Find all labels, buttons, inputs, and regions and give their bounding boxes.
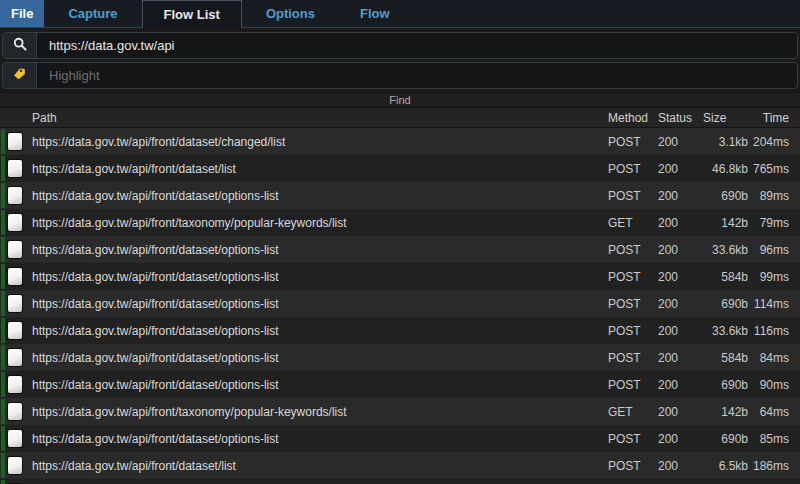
table-row[interactable]: https://data.gov.tw/api/front/taxonomy/p… [0, 209, 800, 236]
column-header-method[interactable]: Method [608, 111, 658, 125]
table-row[interactable]: https://data.gov.tw/api/front/dataset/op… [0, 371, 800, 398]
flow-time: 99ms [748, 270, 800, 284]
flow-time: 85ms [748, 432, 800, 446]
flow-status: 200 [658, 324, 703, 338]
row-icon-cell [6, 349, 32, 366]
search-input-group [2, 32, 798, 59]
flow-size: 46.8kb [703, 162, 748, 176]
flow-method: POST [608, 324, 658, 338]
document-icon [8, 430, 22, 447]
table-row[interactable]: https://data.gov.tw/api/front/dataset/op… [0, 344, 800, 371]
table-row[interactable]: https://data.gov.tw/api/front/dataset/li… [0, 155, 800, 182]
table-header: Path Method Status Size Time [0, 108, 800, 128]
row-icon-cell [6, 160, 32, 177]
flow-time: 114ms [748, 297, 800, 311]
tab-capture[interactable]: Capture [47, 0, 138, 27]
flow-size: 584b [703, 270, 748, 284]
column-header-time[interactable]: Time [748, 111, 800, 125]
flow-list: https://data.gov.tw/api/front/dataset/ch… [0, 128, 800, 484]
flow-time: 79ms [748, 216, 800, 230]
document-icon [8, 295, 22, 312]
column-header-path[interactable]: Path [32, 111, 608, 125]
flow-time: 64ms [748, 405, 800, 419]
search-input[interactable] [37, 33, 797, 58]
flow-size: 584b [703, 351, 748, 365]
row-marker [1, 480, 5, 484]
table-row[interactable]: https://data.gov.tw/api/front/dataset/op… [0, 236, 800, 263]
row-icon-cell [6, 376, 32, 393]
flow-path: https://data.gov.tw/api/front/dataset/li… [32, 459, 608, 473]
document-icon [8, 241, 22, 258]
flow-method: POST [608, 162, 658, 176]
document-icon [8, 268, 22, 285]
document-icon [8, 322, 22, 339]
flow-path: https://data.gov.tw/api/front/dataset/ch… [32, 135, 608, 149]
highlight-addon [3, 63, 37, 88]
flow-time: 96ms [748, 243, 800, 257]
column-header-status[interactable]: Status [658, 111, 703, 125]
row-icon-cell [6, 322, 32, 339]
flow-path: https://data.gov.tw/api/front/taxonomy/p… [32, 405, 608, 419]
flow-path: https://data.gov.tw/api/front/dataset/li… [32, 162, 608, 176]
flow-size: 33.6kb [703, 324, 748, 338]
document-icon [8, 457, 22, 474]
table-row[interactable]: https://data.gov.tw/api/front/dataset/li… [0, 452, 800, 479]
flow-time: 204ms [748, 135, 800, 149]
flow-time: 84ms [748, 351, 800, 365]
table-row[interactable]: https://data.gov.tw/api/front/dataset/ch… [0, 128, 800, 155]
flow-method: GET [608, 216, 658, 230]
flow-status: 200 [658, 297, 703, 311]
row-marker [1, 264, 5, 289]
filter-panel [0, 28, 800, 92]
table-row[interactable] [0, 479, 800, 484]
table-row[interactable]: https://data.gov.tw/api/front/dataset/op… [0, 317, 800, 344]
row-marker [1, 372, 5, 397]
tab-flow[interactable]: Flow [339, 0, 411, 27]
flow-status: 200 [658, 378, 703, 392]
row-icon-cell [6, 214, 32, 231]
document-icon [8, 349, 22, 366]
document-icon [8, 133, 22, 150]
flow-size: 142b [703, 405, 748, 419]
document-icon [8, 214, 22, 231]
row-icon-cell [6, 403, 32, 420]
table-row[interactable]: https://data.gov.tw/api/front/dataset/op… [0, 263, 800, 290]
flow-path: https://data.gov.tw/api/front/dataset/op… [32, 378, 608, 392]
flow-method: POST [608, 351, 658, 365]
flow-status: 200 [658, 162, 703, 176]
row-marker [1, 129, 5, 154]
row-marker [1, 453, 5, 478]
flow-method: POST [608, 297, 658, 311]
flow-time: 116ms [748, 324, 800, 338]
table-row[interactable]: https://data.gov.tw/api/front/dataset/op… [0, 425, 800, 452]
row-icon-cell [6, 133, 32, 150]
document-icon [8, 160, 22, 177]
flow-status: 200 [658, 459, 703, 473]
highlight-input-group [2, 62, 798, 89]
table-row[interactable]: https://data.gov.tw/api/front/taxonomy/p… [0, 398, 800, 425]
flow-size: 690b [703, 189, 748, 203]
flow-method: POST [608, 135, 658, 149]
flow-status: 200 [658, 243, 703, 257]
row-marker [1, 291, 5, 316]
highlight-input[interactable] [37, 63, 797, 88]
flow-size: 6.5kb [703, 459, 748, 473]
table-row[interactable]: https://data.gov.tw/api/front/dataset/op… [0, 182, 800, 209]
flow-path: https://data.gov.tw/api/front/dataset/op… [32, 189, 608, 203]
tab-options[interactable]: Options [245, 0, 336, 27]
find-button[interactable]: Find [0, 92, 800, 108]
tab-flow-list[interactable]: Flow List [142, 0, 242, 28]
file-menu-button[interactable]: File [0, 0, 44, 27]
search-addon [3, 33, 37, 58]
flow-method: POST [608, 432, 658, 446]
table-row[interactable]: https://data.gov.tw/api/front/dataset/op… [0, 290, 800, 317]
column-header-size[interactable]: Size [703, 111, 748, 125]
row-marker [1, 399, 5, 424]
flow-path: https://data.gov.tw/api/front/dataset/op… [32, 297, 608, 311]
flow-size: 690b [703, 432, 748, 446]
flow-path: https://data.gov.tw/api/front/taxonomy/p… [32, 216, 608, 230]
top-tab-bar: File Capture Flow List Options Flow [0, 0, 800, 28]
flow-size: 690b [703, 378, 748, 392]
flow-status: 200 [658, 135, 703, 149]
flow-time: 186ms [748, 459, 800, 473]
